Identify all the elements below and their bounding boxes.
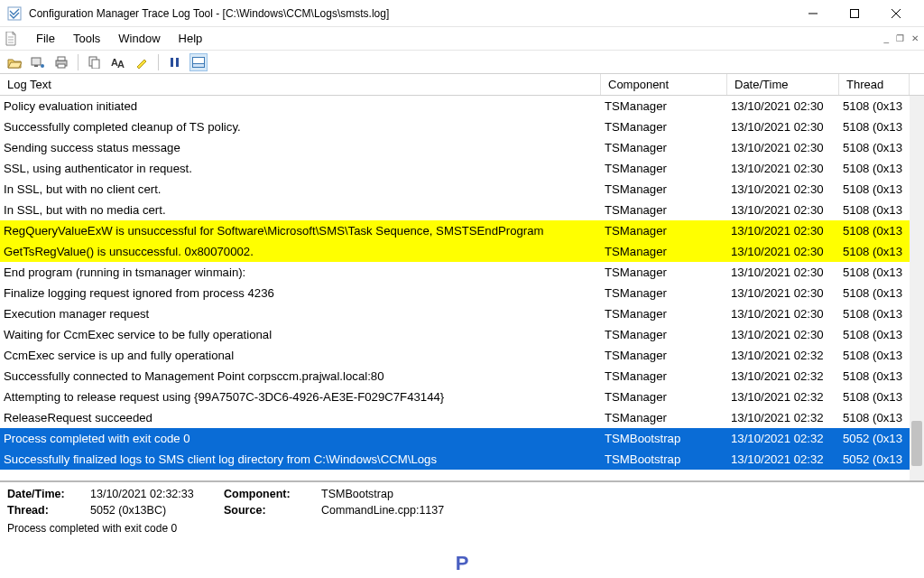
detail-value-component: TSMBootstrap	[321, 488, 592, 500]
detail-value-source: CommandLine.cpp:1137	[321, 504, 592, 517]
close-button[interactable]	[875, 0, 917, 27]
log-row[interactable]: Sending success status messageTSManager1…	[0, 137, 924, 158]
cell-datetime: 13/10/2021 02:30	[727, 203, 839, 217]
mdi-minimize-icon[interactable]: _	[882, 32, 891, 45]
cell-log-text: Finalize logging request ignored from pr…	[0, 286, 601, 300]
cell-component: TSManager	[601, 411, 727, 424]
brand-logo: P	[449, 551, 475, 576]
log-row[interactable]: ReleaseRequest succeededTSManager13/10/2…	[0, 407, 924, 428]
log-rows[interactable]: Policy evaluation initiatedTSManager13/1…	[0, 96, 924, 480]
cell-component: TSManager	[601, 203, 727, 217]
cell-component: TSManager	[601, 120, 727, 134]
svg-rect-19	[176, 58, 179, 67]
detail-label-component: Component:	[224, 488, 314, 500]
cell-thread: 5108 (0x13	[839, 182, 910, 196]
cell-thread: 5108 (0x13	[839, 99, 910, 113]
cell-thread: 5108 (0x13	[839, 203, 910, 217]
menu-help[interactable]: Help	[170, 32, 212, 45]
log-row[interactable]: SSL, using authenticator in request.TSMa…	[0, 158, 924, 179]
print-icon[interactable]	[52, 53, 70, 71]
svg-rect-12	[58, 57, 65, 61]
log-row[interactable]: Finalize logging request ignored from pr…	[0, 283, 924, 303]
header-datetime[interactable]: Date/Time	[727, 74, 839, 95]
cell-datetime: 13/10/2021 02:30	[727, 182, 839, 196]
menu-bar: File Tools Window Help _ ❐ ✕	[0, 27, 924, 51]
cell-datetime: 13/10/2021 02:30	[727, 286, 839, 300]
menu-tools[interactable]: Tools	[64, 32, 109, 45]
separator	[158, 54, 159, 70]
tool-bar: AA	[0, 51, 924, 74]
log-row[interactable]: Process completed with exit code 0TSMBoo…	[0, 428, 924, 449]
log-row[interactable]: Successfully finalized logs to SMS clien…	[0, 449, 924, 470]
cell-component: TSManager	[601, 182, 727, 196]
header-log-text[interactable]: Log Text	[0, 74, 601, 95]
find-icon[interactable]: AA	[109, 53, 127, 71]
cell-log-text: SSL, using authenticator in request.	[0, 162, 601, 175]
log-row[interactable]: Execution manager requestTSManager13/10/…	[0, 303, 924, 324]
mdi-restore-icon[interactable]: ❐	[894, 32, 906, 45]
detail-label-datetime: Date/Time:	[7, 488, 83, 500]
pause-icon[interactable]	[166, 53, 184, 71]
svg-rect-13	[58, 64, 65, 68]
svg-rect-18	[171, 58, 173, 67]
cell-component: TSManager	[601, 245, 727, 258]
detail-label-source: Source:	[224, 504, 314, 517]
log-area: Log Text Component Date/Time Thread Poli…	[0, 74, 924, 480]
log-row[interactable]: CcmExec service is up and fully operatio…	[0, 345, 924, 366]
mdi-controls: _ ❐ ✕	[882, 32, 920, 45]
cell-log-text: Attempting to release request using {99A…	[0, 390, 601, 404]
copy-icon[interactable]	[86, 53, 104, 71]
detail-pane-toggle-icon[interactable]	[189, 53, 208, 71]
cell-log-text: Process completed with exit code 0	[0, 432, 601, 445]
log-row[interactable]: End program (running in tsmanager winmai…	[0, 262, 924, 283]
highlight-icon[interactable]	[133, 53, 151, 71]
cell-datetime: 13/10/2021 02:32	[727, 432, 839, 445]
cell-thread: 5108 (0x13	[839, 120, 910, 134]
cell-datetime: 13/10/2021 02:32	[727, 452, 839, 466]
cell-log-text: ReleaseRequest succeeded	[0, 411, 601, 424]
log-row[interactable]: Attempting to release request using {99A…	[0, 387, 924, 407]
open-icon[interactable]	[5, 53, 23, 71]
maximize-button[interactable]	[834, 0, 875, 27]
minimize-button[interactable]	[792, 0, 834, 27]
cell-thread: 5108 (0x13	[839, 224, 910, 238]
header-thread[interactable]: Thread	[839, 74, 910, 95]
detail-message[interactable]: Process completed with exit code 0	[7, 522, 917, 535]
cell-datetime: 13/10/2021 02:32	[727, 349, 839, 362]
mdi-close-icon[interactable]: ✕	[910, 32, 920, 45]
cell-datetime: 13/10/2021 02:30	[727, 328, 839, 341]
header-component[interactable]: Component	[601, 74, 727, 95]
menu-file[interactable]: File	[27, 32, 64, 45]
vertical-scrollbar[interactable]	[910, 96, 924, 480]
document-icon	[4, 32, 18, 46]
cell-log-text: Policy evaluation initiated	[0, 99, 601, 113]
cell-datetime: 13/10/2021 02:30	[727, 245, 839, 258]
app-icon	[7, 6, 22, 21]
log-row[interactable]: Successfully connected to Management Poi…	[0, 366, 924, 387]
detail-value-datetime: 13/10/2021 02:32:33	[90, 488, 217, 500]
cell-datetime: 13/10/2021 02:30	[727, 266, 839, 279]
detail-value-thread: 5052 (0x13BC)	[90, 504, 217, 517]
column-headers: Log Text Component Date/Time Thread	[0, 74, 924, 96]
log-row[interactable]: Waiting for CcmExec service to be fully …	[0, 324, 924, 345]
menu-window[interactable]: Window	[109, 32, 169, 45]
cell-thread: 5052 (0x13	[839, 452, 910, 466]
log-row[interactable]: Successfully completed cleanup of TS pol…	[0, 117, 924, 137]
log-row[interactable]: In SSL, but with no media cert.TSManager…	[0, 200, 924, 220]
network-open-icon[interactable]	[29, 53, 47, 71]
cell-datetime: 13/10/2021 02:32	[727, 411, 839, 424]
log-row[interactable]: Policy evaluation initiatedTSManager13/1…	[0, 96, 924, 117]
svg-text:A: A	[117, 59, 125, 69]
cell-component: TSManager	[601, 390, 727, 404]
svg-rect-2	[851, 9, 859, 17]
cell-component: TSManager	[601, 162, 727, 175]
log-row[interactable]: In SSL, but with no client cert.TSManage…	[0, 179, 924, 200]
scrollbar-thumb[interactable]	[911, 421, 922, 466]
log-row[interactable]: GetTsRegValue() is unsuccessful. 0x80070…	[0, 241, 924, 262]
cell-component: TSManager	[601, 349, 727, 362]
log-row[interactable]: RegQueryValueExW is unsuccessful for Sof…	[0, 220, 924, 241]
cell-thread: 5108 (0x13	[839, 349, 910, 362]
title-bar: Configuration Manager Trace Log Tool - […	[0, 0, 924, 27]
cell-component: TSManager	[601, 286, 727, 300]
cell-log-text: Waiting for CcmExec service to be fully …	[0, 328, 601, 341]
